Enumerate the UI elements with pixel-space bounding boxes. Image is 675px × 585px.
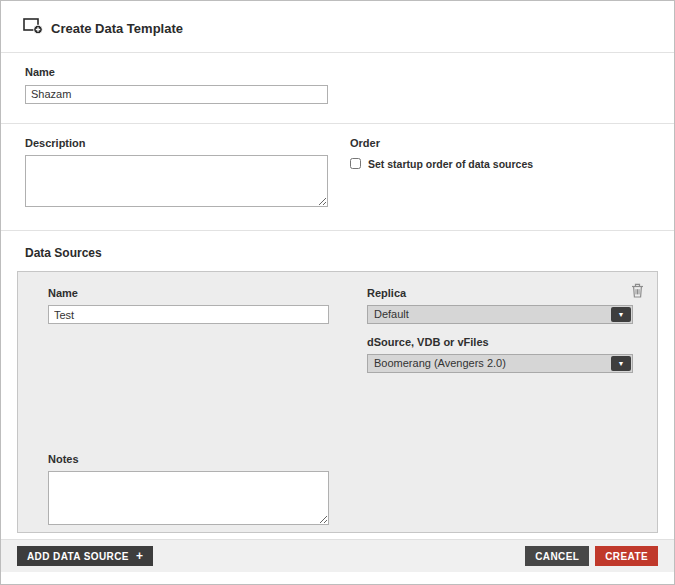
name-input[interactable] — [25, 85, 328, 104]
description-column: Description — [25, 137, 328, 211]
dsource-dropdown[interactable]: Boomerang (Avengers 2.0) ▼ — [367, 354, 633, 373]
cancel-button[interactable]: CANCEL — [525, 546, 589, 566]
dialog-title: Create Data Template — [51, 21, 183, 36]
dialog-header: Create Data Template — [1, 1, 674, 52]
create-button[interactable]: CREATE — [595, 546, 658, 566]
source-selects-column: Replica Default ▼ dSource, VDB or vFiles… — [367, 287, 633, 373]
description-textarea[interactable] — [25, 155, 328, 207]
startup-order-checkbox-label: Set startup order of data sources — [368, 158, 533, 170]
replica-selected-value: Default — [374, 308, 409, 320]
notes-label: Notes — [48, 453, 633, 465]
data-source-card: Name Replica Default ▼ dSource, VDB or v… — [17, 271, 658, 533]
description-label: Description — [25, 137, 328, 149]
delete-data-source-button[interactable] — [631, 283, 644, 298]
create-data-template-dialog: Create Data Template Name Description Or… — [0, 0, 675, 585]
startup-order-checkbox[interactable] — [350, 158, 361, 169]
source-name-label: Name — [48, 287, 329, 299]
dialog-footer: ADD DATA SOURCE + CANCEL CREATE — [1, 539, 674, 572]
order-label: Order — [350, 137, 650, 149]
plus-icon: + — [136, 550, 143, 562]
create-template-icon — [23, 17, 43, 39]
notes-textarea[interactable] — [48, 471, 329, 525]
order-column: Order Set startup order of data sources — [350, 137, 650, 211]
data-sources-heading: Data Sources — [1, 231, 674, 269]
trash-icon — [631, 286, 644, 301]
replica-dropdown[interactable]: Default ▼ — [367, 305, 633, 324]
replica-label: Replica — [367, 287, 633, 299]
chevron-down-icon: ▼ — [611, 356, 631, 371]
add-data-source-button[interactable]: ADD DATA SOURCE + — [17, 546, 153, 566]
description-order-section: Description Order Set startup order of d… — [1, 124, 674, 230]
dsource-selected-value: Boomerang (Avengers 2.0) — [374, 357, 506, 369]
source-name-column: Name — [48, 287, 329, 373]
startup-order-row: Set startup order of data sources — [350, 158, 650, 170]
source-name-input[interactable] — [48, 305, 329, 324]
footer-actions: CANCEL CREATE — [525, 546, 658, 566]
data-source-fields: Name Replica Default ▼ dSource, VDB or v… — [48, 287, 633, 373]
add-data-source-label: ADD DATA SOURCE — [27, 551, 129, 562]
chevron-down-icon: ▼ — [611, 307, 631, 322]
dsource-label: dSource, VDB or vFiles — [367, 336, 633, 348]
notes-block: Notes — [48, 453, 633, 529]
name-section: Name — [1, 53, 674, 123]
name-label: Name — [25, 66, 650, 78]
